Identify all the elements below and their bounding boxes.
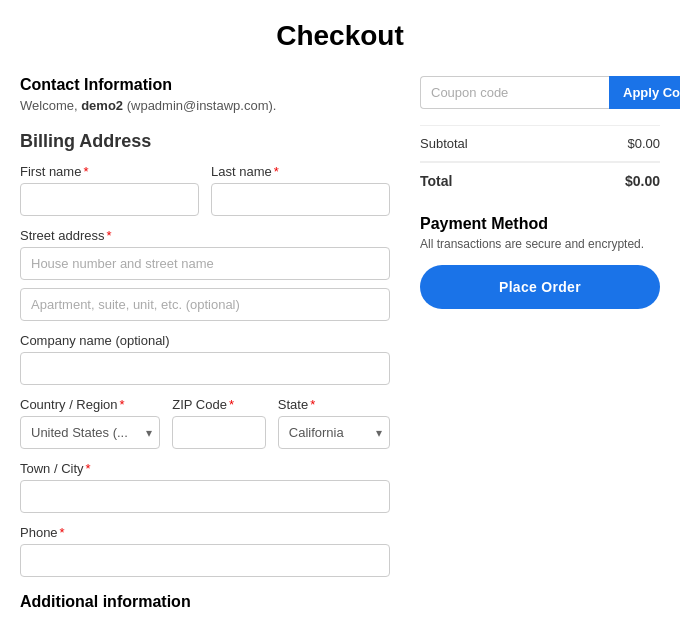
last-name-input[interactable] — [211, 183, 390, 216]
additional-section-title: Additional information — [20, 593, 390, 611]
country-select-wrapper: United States (... — [20, 416, 160, 449]
subtotal-row: Subtotal $0.00 — [420, 125, 660, 161]
last-name-group: Last name* — [211, 164, 390, 216]
zip-code-label: ZIP Code* — [172, 397, 266, 412]
first-name-required: * — [83, 164, 88, 179]
street-address-group: Street address* — [20, 228, 390, 280]
state-select[interactable]: California — [278, 416, 390, 449]
country-required: * — [120, 397, 125, 412]
street-address-label: Street address* — [20, 228, 390, 243]
billing-section-title: Billing Address — [20, 131, 390, 152]
country-group: Country / Region* United States (... — [20, 397, 160, 449]
payment-section-title: Payment Method — [420, 215, 660, 233]
coupon-input[interactable] — [420, 76, 609, 109]
apply-coupon-button[interactable]: Apply Coupon — [609, 76, 680, 109]
contact-section-title: Contact Information — [20, 76, 390, 94]
place-order-button[interactable]: Place Order — [420, 265, 660, 309]
state-select-wrapper: California — [278, 416, 390, 449]
page-title: Checkout — [20, 20, 660, 52]
last-name-required: * — [274, 164, 279, 179]
subtotal-label: Subtotal — [420, 136, 468, 151]
phone-required: * — [60, 525, 65, 540]
right-column: Apply Coupon Subtotal $0.00 Total $0.00 … — [420, 76, 660, 325]
town-city-input[interactable] — [20, 480, 390, 513]
company-name-group: Company name (optional) — [20, 333, 390, 385]
country-select[interactable]: United States (... — [20, 416, 160, 449]
payment-method-section: Payment Method All transactions are secu… — [420, 215, 660, 309]
first-name-group: First name* — [20, 164, 199, 216]
contact-email: (wpadmin@instawp.com). — [123, 98, 276, 113]
company-name-input[interactable] — [20, 352, 390, 385]
state-group: State* California — [278, 397, 390, 449]
zip-code-input[interactable] — [172, 416, 266, 449]
contact-welcome-text: Welcome, — [20, 98, 81, 113]
contact-welcome: Welcome, demo2 (wpadmin@instawp.com). — [20, 98, 390, 113]
billing-address-section: Billing Address First name* Last name* — [20, 131, 390, 577]
last-name-label: Last name* — [211, 164, 390, 179]
total-value: $0.00 — [625, 173, 660, 189]
contact-information-section: Contact Information Welcome, demo2 (wpad… — [20, 76, 390, 113]
state-required: * — [310, 397, 315, 412]
country-zip-state-row: Country / Region* United States (... ZIP… — [20, 397, 390, 449]
subtotal-value: $0.00 — [627, 136, 660, 151]
first-name-label: First name* — [20, 164, 199, 179]
total-row: Total $0.00 — [420, 161, 660, 199]
town-city-group: Town / City* — [20, 461, 390, 513]
phone-group: Phone* — [20, 525, 390, 577]
coupon-row: Apply Coupon — [420, 76, 660, 109]
contact-username: demo2 — [81, 98, 123, 113]
company-name-label: Company name (optional) — [20, 333, 390, 348]
zip-code-group: ZIP Code* — [172, 397, 266, 449]
order-summary: Subtotal $0.00 Total $0.00 — [420, 125, 660, 199]
town-required: * — [86, 461, 91, 476]
apartment-input[interactable] — [20, 288, 390, 321]
left-column: Contact Information Welcome, demo2 (wpad… — [20, 76, 390, 618]
phone-input[interactable] — [20, 544, 390, 577]
street-required: * — [107, 228, 112, 243]
secure-text: All transactions are secure and encrypte… — [420, 237, 660, 251]
name-row: First name* Last name* — [20, 164, 390, 216]
total-label: Total — [420, 173, 452, 189]
zip-required: * — [229, 397, 234, 412]
town-city-label: Town / City* — [20, 461, 390, 476]
state-label: State* — [278, 397, 390, 412]
additional-information-section: Additional information Order notes (opti… — [20, 593, 390, 618]
country-label: Country / Region* — [20, 397, 160, 412]
apartment-group — [20, 288, 390, 321]
street-address-input[interactable] — [20, 247, 390, 280]
first-name-input[interactable] — [20, 183, 199, 216]
phone-label: Phone* — [20, 525, 390, 540]
